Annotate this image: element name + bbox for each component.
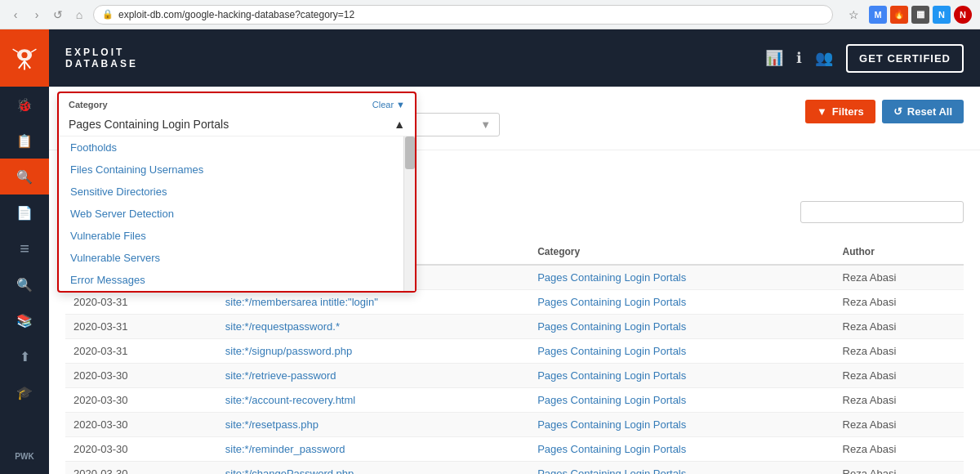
selected-category-text: Pages Containing Login Portals xyxy=(69,118,229,131)
dropdown-item-directories[interactable]: Sensitive Directories xyxy=(59,181,403,203)
address-bar[interactable]: 🔒 exploit-db.com/google-hacking-database… xyxy=(93,5,833,25)
cell-category[interactable]: Pages Containing Login Portals xyxy=(529,315,834,339)
clear-link[interactable]: Clear ▼ xyxy=(372,100,405,110)
sidebar-item-search[interactable]: 🔍 xyxy=(0,159,49,195)
sidebar-item-shellcode[interactable]: ≡ xyxy=(0,230,49,266)
reset-all-button[interactable]: ↺ Reset All xyxy=(882,100,964,123)
search-icon: 🔍 xyxy=(16,169,33,185)
cell-dork[interactable]: site:*/retrieve-password xyxy=(217,364,529,388)
svg-point-1 xyxy=(21,52,27,58)
sidebar-item-exploits[interactable]: 📋 xyxy=(0,123,49,159)
training-icon: 🎓 xyxy=(16,385,33,400)
scrollbar[interactable] xyxy=(403,136,415,291)
cell-category[interactable]: Pages Containing Login Portals xyxy=(529,462,834,475)
info-icon[interactable]: ℹ xyxy=(796,49,802,67)
cell-dork[interactable]: site:*/reminder_password xyxy=(217,437,529,462)
cell-category[interactable]: Pages Containing Login Portals xyxy=(529,364,834,388)
forward-btn[interactable]: › xyxy=(29,7,44,22)
cell-category[interactable]: Pages Containing Login Portals xyxy=(529,388,834,413)
ghdb-icon: 🔍 xyxy=(16,277,33,293)
main-content: EXPLOIT DATABASE 📊 ℹ 👥 GET CERTIFIED xyxy=(49,29,980,474)
sidebar-item-papers[interactable]: 📄 xyxy=(0,195,49,230)
filter-actions: ▼ Filters ↺ Reset All xyxy=(805,100,964,125)
cell-date: 2020-03-30 xyxy=(65,462,217,475)
table-row: 2020-03-31 site:*/requestpassword.* Page… xyxy=(65,315,964,339)
cell-dork[interactable]: site:*/membersarea intitle:"login" xyxy=(217,290,529,315)
dropdown-item-errors[interactable]: Error Messages xyxy=(59,269,403,291)
cell-date: 2020-03-30 xyxy=(65,437,217,462)
back-btn[interactable]: ‹ xyxy=(8,7,23,22)
logo-line2: DATABASE xyxy=(65,58,138,69)
cell-dork[interactable]: site:*/requestpassword.* xyxy=(217,315,529,339)
cell-dork[interactable]: site:*/changePassword.php xyxy=(217,462,529,475)
table-row: 2020-03-31 site:*/signup/password.php Pa… xyxy=(65,339,964,364)
sidebar-item-training[interactable]: 🎓 xyxy=(0,374,49,410)
dropdown-item-webserver[interactable]: Web Server Detection xyxy=(59,203,403,225)
dropdown-item-usernames[interactable]: Files Containing Usernames xyxy=(59,159,403,181)
table-row: 2020-03-30 site:*/retrieve-password Page… xyxy=(65,364,964,388)
table-row: 2020-03-30 site:*/changePassword.php Pag… xyxy=(65,462,964,475)
browser-icons: ☆ xyxy=(844,6,862,24)
logo-icon xyxy=(10,43,39,73)
cell-category[interactable]: Pages Containing Login Portals xyxy=(529,413,834,437)
tab-g: ▦ xyxy=(911,6,929,24)
cell-dork[interactable]: site:*/account-recovery.html xyxy=(217,388,529,413)
people-icon[interactable]: 👥 xyxy=(815,49,833,67)
cell-author: Reza Abasi xyxy=(835,437,964,462)
svg-line-3 xyxy=(24,61,30,69)
table-search-input[interactable] xyxy=(800,201,964,223)
cell-date: 2020-03-30 xyxy=(65,364,217,388)
table-row: 2020-03-30 site:*/account-recovery.html … xyxy=(65,388,964,413)
cell-author: Reza Abasi xyxy=(835,339,964,364)
sidebar-item-ghdb[interactable]: 🔍 xyxy=(0,266,49,302)
filter-clear-icon: ▼ xyxy=(396,100,405,110)
dropdown-selected-value[interactable]: Pages Containing Login Portals ▲ xyxy=(59,113,415,136)
dropdown-header: Category Clear ▼ xyxy=(59,93,415,113)
home-btn[interactable]: ⌂ xyxy=(72,7,87,22)
dropdown-item-footholds[interactable]: Footholds xyxy=(59,136,403,159)
tab-icons: M 🔥 ▦ N N xyxy=(869,6,972,24)
home-icon: 🐞 xyxy=(16,97,33,113)
filter-section: Category Clear ▼ Pages Containing Login … xyxy=(49,87,980,150)
header-right: 📊 ℹ 👥 GET CERTIFIED xyxy=(765,44,964,73)
cell-dork[interactable]: site:*/resetpass.php xyxy=(217,413,529,437)
cell-category[interactable]: Pages Containing Login Portals xyxy=(529,290,834,315)
shellcode-icon: ≡ xyxy=(20,239,29,258)
cell-dork[interactable]: site:*/signup/password.php xyxy=(217,339,529,364)
page-wrapper: 🐞 📋 🔍 📄 ≡ 🔍 📚 ⬆ 🎓 PWK xyxy=(0,29,980,474)
search-box-area xyxy=(800,201,964,223)
filters-button[interactable]: ▼ Filters xyxy=(805,100,875,123)
svg-line-5 xyxy=(13,49,18,52)
svg-line-6 xyxy=(31,49,36,52)
col-author: Author xyxy=(835,239,964,265)
cell-date: 2020-03-31 xyxy=(65,290,217,315)
cell-date: 2020-03-31 xyxy=(65,315,217,339)
tab-x: N xyxy=(954,6,972,24)
cert-button[interactable]: GET CERTIFIED xyxy=(846,44,964,73)
sidebar-item-home[interactable]: 🐞 xyxy=(0,87,49,123)
cell-category[interactable]: Pages Containing Login Portals xyxy=(529,437,834,462)
dropdown-item-vulnfiles[interactable]: Vulnerable Files xyxy=(59,225,403,247)
cell-author: Reza Abasi xyxy=(835,364,964,388)
sidebar-item-submit[interactable]: ⬆ xyxy=(0,338,49,374)
cell-author: Reza Abasi xyxy=(835,388,964,413)
cell-category[interactable]: Pages Containing Login Portals xyxy=(529,265,834,290)
logo-area: EXPLOIT DATABASE xyxy=(65,47,138,69)
category-dropdown: Category Clear ▼ Pages Containing Login … xyxy=(57,92,416,293)
cell-category[interactable]: Pages Containing Login Portals xyxy=(529,339,834,364)
pwk-label: PWK xyxy=(15,452,33,461)
tab-o: 🔥 xyxy=(890,6,908,24)
reset-icon: ↺ xyxy=(893,105,902,118)
chart-icon[interactable]: 📊 xyxy=(765,49,783,67)
dropdown-item-vulnservers[interactable]: Vulnerable Servers xyxy=(59,247,403,269)
sidebar-item-pwk[interactable]: PWK xyxy=(0,438,49,474)
logo-text: EXPLOIT DATABASE xyxy=(65,47,138,69)
tab-m: M xyxy=(869,6,887,24)
svg-line-2 xyxy=(19,61,24,69)
category-label: Category xyxy=(69,100,108,110)
reload-btn[interactable]: ↺ xyxy=(51,7,65,22)
top-header: EXPLOIT DATABASE 📊 ℹ 👥 GET CERTIFIED xyxy=(49,29,980,87)
browser-bar: ‹ › ↺ ⌂ 🔒 exploit-db.com/google-hacking-… xyxy=(0,0,980,29)
star-btn[interactable]: ☆ xyxy=(844,6,862,24)
sidebar-item-books[interactable]: 📚 xyxy=(0,302,49,338)
